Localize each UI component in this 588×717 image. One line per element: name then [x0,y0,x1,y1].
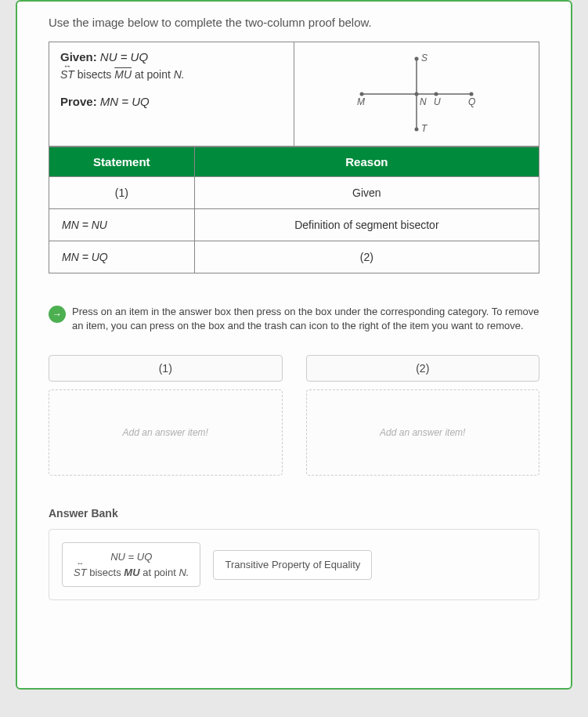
label-u: U [434,96,441,107]
col-header-reason: Reason [194,147,539,177]
diagram-cell: S M N U Q T [294,42,539,146]
svg-point-5 [469,92,473,96]
bank-item-given[interactable]: NU = UQ ST bisects MU at point N. [62,542,200,587]
bisect-word: bisects [78,68,114,81]
given-line: Given: NU = UQ [60,50,283,63]
svg-point-3 [414,92,418,96]
cell-statement: MN = NU [49,209,195,241]
hint-text: Press on an item in the answer box then … [72,305,539,333]
bank-item-line1: NU = UQ [74,549,189,565]
drop-zone-2[interactable]: Add an answer item! [306,389,540,476]
label-n: N [420,96,427,107]
st-segment: ST [60,68,74,81]
cell-reason: Definition of segment bisector [194,209,539,241]
mu-segment: MU [114,68,132,81]
given-prove-text: Given: NU = UQ ST bisects MU at point N.… [49,42,294,146]
proof-table: Statement Reason (1) Given MN = NU Defin… [49,147,539,273]
svg-point-7 [414,128,418,132]
st-segment: ST [74,565,87,581]
label-s: S [421,53,427,63]
bisect-rest: at point [135,68,174,81]
table-row: MN = NU Definition of segment bisector [49,209,539,241]
label-q: Q [468,96,475,107]
hint-icon: → [49,306,66,323]
point-n: N. [174,68,185,81]
drop-header-2[interactable]: (2) [306,355,540,382]
drop-zones-row: (1) Add an answer item! (2) Add an answe… [49,355,539,476]
label-t: T [421,123,428,134]
proof-diagram: S M N U Q T [338,47,495,141]
cell-statement: MN = UQ [49,241,195,273]
prove-line: Prove: MN = UQ [60,95,283,108]
prove-statement: MN = UQ [100,95,150,108]
cell-statement: (1) [49,177,195,209]
table-row: (1) Given [49,177,539,209]
cell-reason: Given [194,177,539,209]
given-statement: NU = UQ [100,50,148,63]
bank-item-line2: ST bisects MU at point N. [74,565,189,581]
bank-item-transitive[interactable]: Transitive Property of Equality [213,550,372,580]
instruction-text: Use the image below to complete the two-… [49,16,539,29]
svg-point-6 [414,57,418,61]
given-prove-block: Given: NU = UQ ST bisects MU at point N.… [49,42,539,147]
drop-zone-1[interactable]: Add an answer item! [49,389,283,476]
question-card: Use the image below to complete the two-… [16,0,572,690]
svg-point-2 [359,92,363,96]
cell-reason: (2) [194,241,539,273]
prove-label: Prove: [60,95,97,108]
mu-text: MU [124,567,139,578]
drop-header-1[interactable]: (1) [49,355,283,382]
drop-col-2: (2) Add an answer item! [306,355,540,476]
label-m: M [357,96,365,107]
table-row: MN = UQ (2) [49,241,539,273]
col-header-statement: Statement [49,147,195,177]
given-bisect: ST bisects MU at point N. [60,68,283,81]
drop-col-1: (1) Add an answer item! [49,355,283,476]
svg-point-4 [434,92,438,96]
answer-bank-title: Answer Bank [49,507,539,520]
answer-bank: NU = UQ ST bisects MU at point N. Transi… [49,529,539,600]
hint-block: → Press on an item in the answer box the… [49,305,539,333]
